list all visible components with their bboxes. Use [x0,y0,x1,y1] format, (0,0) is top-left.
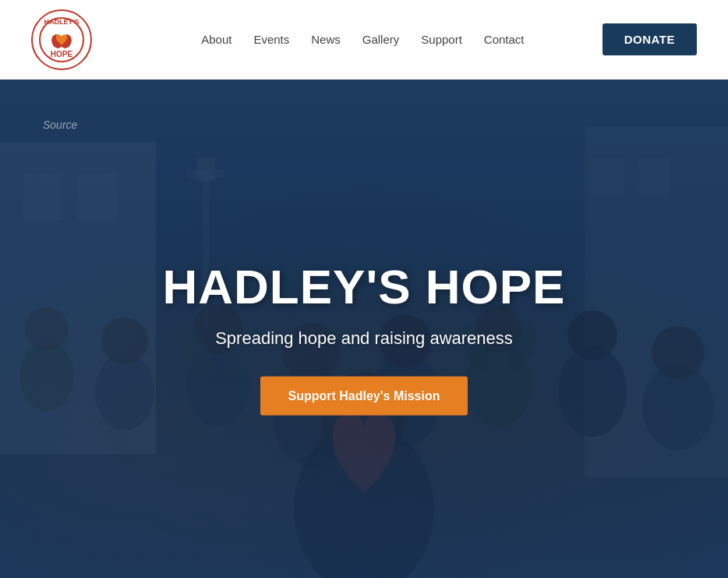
logo-area: HADLEY'S HOPE [31,9,92,70]
nav-support[interactable]: Support [421,33,462,46]
svg-text:HADLEY'S: HADLEY'S [44,18,79,26]
logo: HADLEY'S HOPE [31,9,92,70]
nav-news[interactable]: News [311,33,341,46]
main-nav: About Events News Gallery Support Contac… [201,33,524,46]
svg-text:HOPE: HOPE [51,50,73,59]
hero-content: HADLEY'S HOPE Spreading hope and raising… [91,258,637,415]
nav-contact[interactable]: Contact [484,33,525,46]
hero-subtitle: Spreading hope and raising awareness [91,328,637,348]
nav-gallery[interactable]: Gallery [362,33,400,46]
hero-section: Source HADLEY'S HOPE Spreading hope and … [0,80,728,578]
nav-about[interactable]: About [201,33,231,46]
hero-title: HADLEY'S HOPE [91,258,637,314]
header: HADLEY'S HOPE About Events News Gallery … [0,0,728,80]
source-label: Source [43,119,77,131]
nav-events[interactable]: Events [253,33,289,46]
hero-cta-button[interactable]: Support Hadley's Mission [260,376,468,415]
donate-button[interactable]: DONATE [603,23,697,55]
